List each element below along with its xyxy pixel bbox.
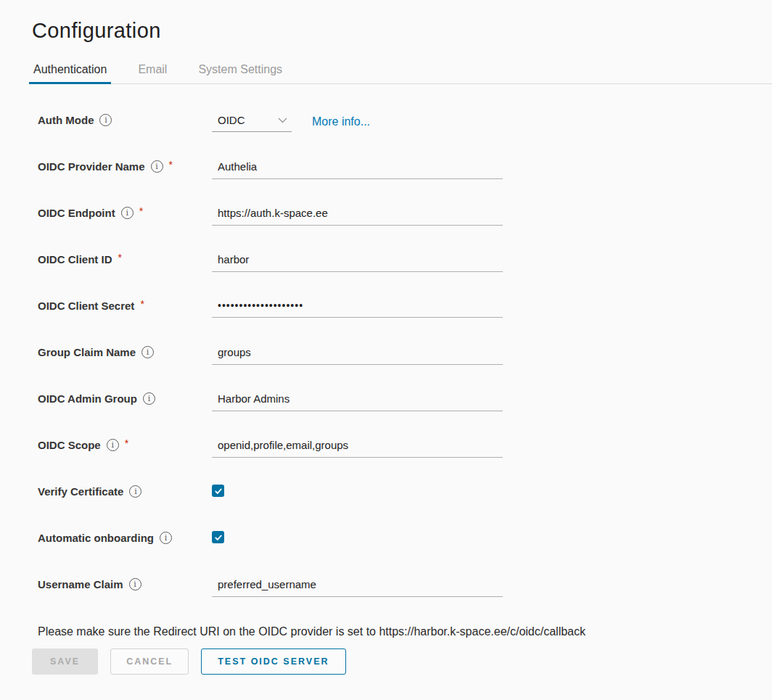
info-icon[interactable]: i — [129, 485, 141, 498]
form-row-oidc-endpoint: OIDC Endpoint i * — [38, 205, 772, 251]
tab-authentication[interactable]: Authentication — [32, 63, 108, 83]
oidc-endpoint-input[interactable] — [212, 205, 503, 226]
form-row-oidc-scope: OIDC Scope i * — [38, 437, 772, 483]
check-icon — [214, 487, 223, 495]
automatic-onboarding-label: Automatic onboarding — [38, 532, 154, 544]
more-info-link[interactable]: More info... — [312, 115, 370, 128]
info-icon[interactable]: i — [160, 532, 172, 544]
chevron-down-icon — [278, 118, 287, 123]
oidc-client-id-input[interactable] — [212, 251, 503, 272]
info-icon[interactable]: i — [99, 114, 112, 126]
auth-settings-form: Auth Mode i OIDC More info... OIDC Provi… — [0, 112, 772, 640]
info-icon[interactable]: i — [141, 346, 154, 358]
info-icon[interactable]: i — [151, 160, 163, 173]
verify-certificate-checkbox[interactable] — [212, 485, 224, 497]
oidc-scope-label: OIDC Scope — [38, 439, 101, 451]
tab-system-settings[interactable]: System Settings — [197, 63, 284, 83]
verify-certificate-label: Verify Certificate — [38, 485, 123, 498]
info-icon[interactable]: i — [121, 207, 134, 219]
auth-mode-label: Auth Mode — [38, 114, 94, 126]
tab-email[interactable]: Email — [136, 63, 168, 83]
check-icon — [214, 533, 223, 542]
oidc-client-secret-label: OIDC Client Secret — [38, 300, 134, 312]
test-oidc-server-button[interactable]: TEST OIDC SERVER — [201, 648, 345, 675]
save-button[interactable]: SAVE — [32, 648, 98, 675]
auth-mode-select[interactable]: OIDC — [212, 112, 292, 132]
oidc-client-secret-input[interactable] — [212, 297, 503, 318]
action-button-row: SAVE CANCEL TEST OIDC SERVER — [32, 648, 772, 675]
automatic-onboarding-checkbox[interactable] — [212, 531, 224, 543]
info-icon[interactable]: i — [129, 578, 141, 590]
required-asterisk: * — [169, 160, 173, 170]
required-asterisk: * — [140, 299, 144, 309]
oidc-endpoint-label: OIDC Endpoint — [38, 207, 115, 219]
page-title: Configuration — [32, 19, 772, 43]
form-row-group-claim-name: Group Claim Name i — [38, 344, 772, 390]
oidc-admin-group-label: OIDC Admin Group — [38, 392, 137, 405]
redirect-uri-note: Please make sure the Redirect URI on the… — [38, 624, 772, 640]
required-asterisk: * — [125, 438, 128, 448]
form-row-username-claim: Username Claim i — [38, 576, 772, 622]
required-asterisk: * — [139, 206, 143, 216]
oidc-client-id-label: OIDC Client ID — [38, 253, 112, 265]
cancel-button[interactable]: CANCEL — [110, 648, 189, 675]
oidc-scope-input[interactable] — [212, 437, 503, 458]
form-row-oidc-client-id: OIDC Client ID * — [38, 251, 772, 297]
form-row-verify-certificate: Verify Certificate i — [38, 483, 772, 530]
form-row-auth-mode: Auth Mode i OIDC More info... — [38, 112, 772, 158]
tab-bar: Authentication Email System Settings — [32, 63, 772, 84]
username-claim-input[interactable] — [212, 576, 503, 597]
info-icon[interactable]: i — [143, 392, 155, 405]
form-row-oidc-admin-group: OIDC Admin Group i — [38, 390, 772, 437]
oidc-provider-name-label: OIDC Provider Name — [38, 160, 145, 173]
required-asterisk: * — [118, 252, 122, 263]
info-icon[interactable]: i — [107, 439, 119, 451]
configuration-page: Configuration Authentication Email Syste… — [0, 0, 772, 700]
group-claim-name-input[interactable] — [212, 344, 503, 365]
form-row-automatic-onboarding: Automatic onboarding i — [38, 530, 772, 576]
form-row-oidc-client-secret: OIDC Client Secret * — [38, 297, 772, 344]
group-claim-name-label: Group Claim Name — [38, 346, 136, 358]
username-claim-label: Username Claim — [38, 578, 123, 590]
auth-mode-value: OIDC — [218, 114, 245, 126]
oidc-provider-name-input[interactable] — [212, 158, 503, 179]
oidc-admin-group-input[interactable] — [212, 390, 503, 411]
form-row-oidc-provider-name: OIDC Provider Name i * — [38, 158, 772, 205]
